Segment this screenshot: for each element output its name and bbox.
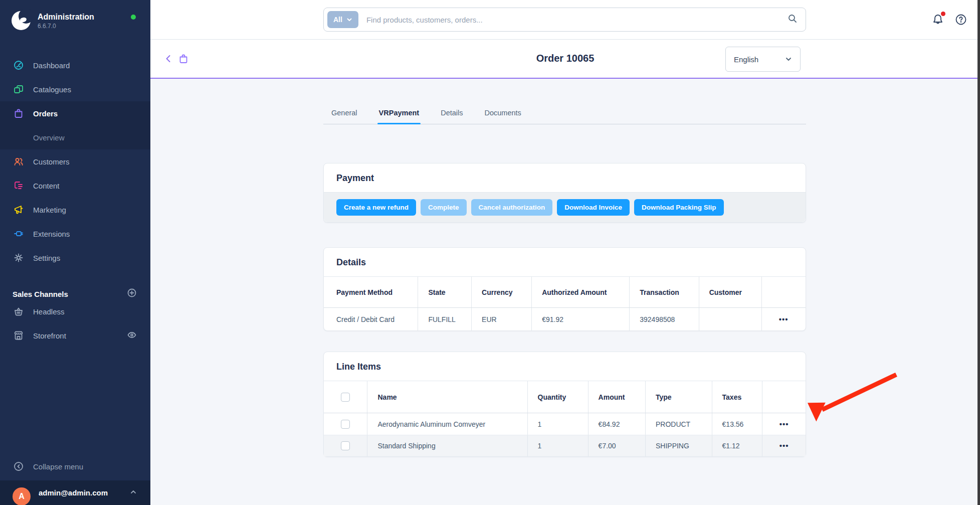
sidebar-active-section: Orders Overview	[0, 101, 150, 149]
shopware-logo	[12, 11, 31, 30]
red-arrow-annotation	[802, 368, 907, 428]
tab-vrpayment[interactable]: VRPayment	[377, 109, 421, 124]
context-menu-button[interactable]: •••	[779, 422, 789, 427]
taxes-cell: €1.12	[712, 435, 762, 456]
chevron-up-icon[interactable]	[130, 488, 137, 497]
chevron-down-icon	[785, 56, 792, 63]
search-filter-label: All	[333, 16, 342, 24]
sidebar-item-label: Catalogues	[33, 85, 71, 94]
quantity-cell: 1	[527, 435, 588, 456]
tab-details[interactable]: Details	[439, 109, 464, 124]
settings-icon	[13, 252, 25, 264]
customer-cell	[699, 308, 761, 330]
column-header: Payment Method	[324, 277, 418, 307]
column-header: Transaction	[629, 277, 698, 307]
sidebar-item-label: Dashboard	[33, 61, 70, 70]
quantity-cell: 1	[527, 413, 588, 435]
visibility-eye-icon[interactable]	[127, 330, 137, 342]
user-menu[interactable]: A admin@admin.com	[0, 480, 150, 505]
column-header: Amount	[588, 381, 645, 413]
chevron-down-icon	[346, 17, 352, 23]
collapse-menu-label: Collapse menu	[33, 462, 83, 471]
search-input[interactable]	[366, 16, 788, 24]
help-icon[interactable]	[954, 13, 967, 28]
sidebar-item-extensions[interactable]: Extensions	[0, 222, 150, 246]
smart-bar: Order 10065 English	[150, 40, 980, 79]
sidebar-item-customers[interactable]: Customers	[0, 149, 150, 174]
sales-channels-heading: Sales Channels	[0, 285, 150, 299]
column-header: State	[418, 277, 471, 307]
add-sales-channel-icon[interactable]	[127, 288, 137, 299]
customers-icon	[13, 155, 25, 167]
complete-button[interactable]: Complete	[421, 199, 467, 216]
sidebar-item-orders-overview[interactable]: Overview	[0, 125, 150, 149]
app-version: 6.6.7.0	[38, 23, 150, 30]
name-cell: Standard Shipping	[367, 435, 527, 456]
column-header: Name	[367, 381, 527, 413]
sidebar-item-label: Orders	[33, 109, 58, 118]
details-card-title: Details	[324, 248, 806, 276]
taxes-cell: €13.56	[712, 413, 762, 435]
column-header-actions	[762, 381, 805, 413]
sidebar-item-content[interactable]: Content	[0, 174, 150, 198]
basket-icon	[13, 305, 25, 317]
topbar: All	[150, 0, 980, 40]
details-table: Payment Method State Currency Authorized…	[324, 276, 806, 330]
name-cell: Aerodynamic Aluminum Comveyer	[367, 413, 527, 435]
context-menu-button[interactable]: •••	[779, 317, 789, 322]
payment-method-cell: Credit / Debit Card	[324, 308, 418, 330]
tab-general[interactable]: General	[330, 109, 359, 124]
sidebar-item-marketing[interactable]: Marketing	[0, 198, 150, 222]
payment-actions: Create a new refund Complete Cancel auth…	[324, 192, 806, 222]
context-menu-button[interactable]: •••	[779, 443, 789, 448]
transaction-cell: 392498508	[629, 308, 698, 330]
global-search: All	[323, 8, 806, 32]
storefront-icon	[13, 329, 25, 342]
sidebar-item-orders[interactable]: Orders	[0, 101, 150, 125]
sidebar-item-headless[interactable]: Headless	[0, 299, 150, 323]
language-selector[interactable]: English	[725, 47, 801, 72]
sidebar-item-label: Content	[33, 182, 60, 190]
row-checkbox[interactable]	[341, 441, 350, 450]
main-area: All Order 10065 English	[150, 0, 980, 505]
window-scrollbar[interactable]	[977, 0, 980, 505]
status-dot	[131, 15, 136, 20]
download-packing-slip-button[interactable]: Download Packing Slip	[634, 199, 724, 216]
search-filter-dropdown[interactable]: All	[327, 11, 358, 28]
sidebar-item-label: Storefront	[33, 331, 66, 340]
line-items-table-header: Name Quantity Amount Type Taxes	[324, 381, 806, 413]
row-checkbox[interactable]	[341, 420, 350, 429]
column-header: Customer	[699, 277, 761, 307]
download-invoice-button[interactable]: Download Invoice	[557, 199, 630, 216]
column-header: Authorized Amount	[531, 277, 629, 307]
sidebar-item-storefront[interactable]: Storefront	[0, 323, 150, 348]
sidebar: Administration 6.6.7.0 Dashboard Catalog…	[0, 0, 150, 505]
sidebar-item-settings[interactable]: Settings	[0, 246, 150, 270]
sidebar-item-label: Settings	[33, 254, 60, 262]
select-all-checkbox[interactable]	[341, 393, 350, 402]
payment-card-title: Payment	[324, 163, 806, 192]
column-header-actions	[761, 277, 806, 307]
sidebar-item-catalogues[interactable]: Catalogues	[0, 77, 150, 101]
line-items-table: Name Quantity Amount Type Taxes Aerodyna…	[324, 381, 806, 456]
notifications-bell-icon[interactable]	[931, 13, 944, 28]
cancel-authorization-button[interactable]: Cancel authorization	[471, 199, 553, 216]
line-item-row: Standard Shipping 1 €7.00 SHIPPING €1.12…	[324, 435, 806, 456]
user-email: admin@admin.com	[39, 488, 108, 497]
marketing-icon	[13, 204, 25, 216]
sidebar-item-label: Customers	[33, 157, 70, 166]
authorized-amount-cell: €91.92	[531, 308, 629, 330]
avatar: A	[13, 487, 31, 505]
tab-documents[interactable]: Documents	[483, 109, 523, 124]
create-refund-button[interactable]: Create a new refund	[336, 199, 416, 216]
collapse-icon	[13, 460, 25, 472]
line-items-card-title: Line Items	[324, 352, 806, 381]
sidebar-item-label: Headless	[33, 307, 65, 316]
sidebar-item-dashboard[interactable]: Dashboard	[0, 53, 150, 77]
collapse-menu-button[interactable]: Collapse menu	[0, 452, 150, 480]
currency-cell: EUR	[471, 308, 531, 330]
search-icon[interactable]	[788, 14, 798, 26]
details-card: Details Payment Method State Currency Au…	[323, 247, 806, 331]
dashboard-icon	[13, 59, 25, 71]
amount-cell: €84.92	[588, 413, 645, 435]
